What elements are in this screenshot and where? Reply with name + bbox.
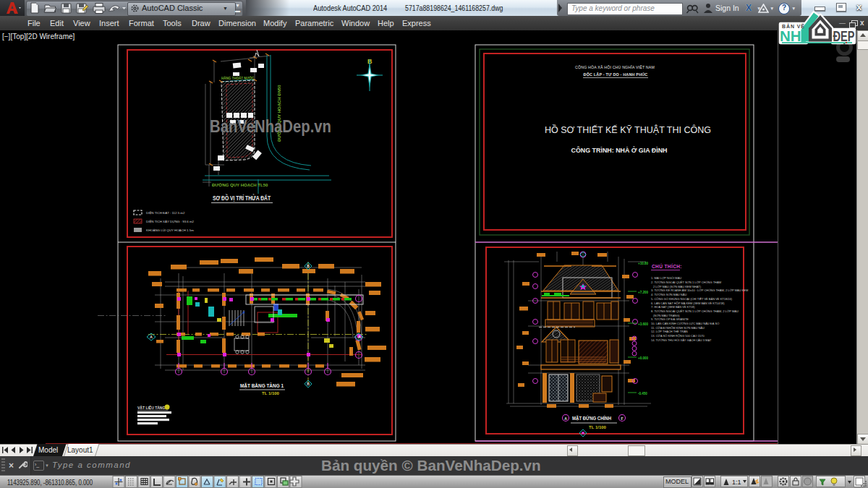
svg-text:13. CỬA SỔ KÍNH RỘNG 500 CAO 1: 13. CỬA SỔ KÍNH RỘNG 500 CAO 1570 — [651, 334, 705, 338]
svg-text:SƠ ĐỒ VỊ TRÍ THỬA ĐẤT: SƠ ĐỒ VỊ TRÍ THỬA ĐẤT — [213, 194, 271, 202]
svg-text:B: B — [307, 264, 310, 268]
svg-text:11. CỬA ĐI NHÔM KÍNH SƠN MÀU N: 11. CỬA ĐI NHÔM KÍNH SƠN MÀU NÂU — [651, 326, 705, 330]
svg-text:1:1: 1:1 — [732, 479, 741, 486]
svg-text:14. TƯỜNG THU HỒI XÂY GẠCH CÂU: 14. TƯỜNG THU HỒI XÂY GẠCH CÂU 3 MẶT — [651, 338, 712, 342]
svg-text:7. HOA SẮT (XEM BẢN VẼ KT18): 7. HOA SẮT (XEM BẢN VẼ KT18) — [651, 305, 695, 309]
svg-text:+7.200: +7.200 — [638, 291, 648, 294]
svg-text:6. LAN CAN SẮT HỘP MẠ KẼM (XEM: 6. LAN CAN SẮT HỘP MẠ KẼM (XEM BẢN VẼ KT… — [651, 301, 725, 305]
svg-text:ĐƯỜNG QUY HOẠCH TL50: ĐƯỜNG QUY HOẠCH TL50 — [212, 182, 268, 187]
svg-text:A: A — [564, 416, 567, 421]
svg-text:10. LAN CAN KÍNH CƯỜNG LỰC MÀU: 10. LAN CAN KÍNH CƯỜNG LỰC MÀU NÂU ĐÁ SỐ — [651, 322, 719, 325]
svg-text:VẬT LIỆU TẦNG 1: VẬT LIỆU TẦNG 1 — [137, 405, 169, 410]
svg-text:HỒ SƠ THIẾT KẾ KỸ THUẬT THI CÔ: HỒ SƠ THIẾT KẾ KỸ THUẬT THI CÔNG — [545, 124, 711, 135]
svg-text:DIỆN TÍCH XÂY DỰNG : 93.6 m2: DIỆN TÍCH XÂY DỰNG : 93.6 m2 — [146, 220, 195, 223]
svg-text:KHOẢNG LÙI QUY HOẠCH 1.5m: KHOẢNG LÙI QUY HOẠCH 1.5m — [146, 228, 194, 232]
svg-text:TL 1/100: TL 1/100 — [589, 425, 607, 429]
svg-text:8. TƯỜNG NGOÀI QUÉT SƠN 1 LỚP: 8. TƯỜNG NGOÀI QUÉT SƠN 1 LỚP CHỐNG THẤM… — [651, 309, 739, 313]
svg-text:2 LỚP MÀU (SƠN MÀU KEM NHẠT): 2 LỚP MÀU (SƠN MÀU KEM NHẠT) — [653, 285, 702, 288]
svg-text:9. TƯỜNG ỐP ĐÁ GRANITE: 9. TƯỜNG ỐP ĐÁ GRANITE — [651, 317, 689, 321]
svg-text:A: A — [150, 335, 153, 339]
svg-text:+10.80: +10.80 — [638, 262, 648, 265]
svg-text:NH: NH — [780, 27, 801, 44]
svg-text:5. CỔNG GỖ KHUNG NGOẠI (CHI TI: 5. CỔNG GỖ KHUNG NGOẠI (CHI TIẾT VẼ BẢN … — [651, 297, 733, 301]
svg-text:12. LỚP THẠCH THỂ TRẦN: 12. LỚP THẠCH THỂ TRẦN — [651, 330, 688, 333]
svg-text:+3.600: +3.600 — [638, 322, 648, 326]
svg-text:3. TƯỜNG KẺ ROĂNH ÂM 10x10 : L: 3. TƯỜNG KẺ ROĂNH ÂM 10x10 : LỚP CHỐNG T… — [651, 288, 748, 292]
svg-text:BanVeNhaDep.vn: BanVeNhaDep.vn — [210, 117, 331, 136]
svg-text:TL 1/100: TL 1/100 — [262, 391, 280, 395]
svg-text:4. TƯỜNG SƠN MÀU NÂU: 4. TƯỜNG SƠN MÀU NÂU — [651, 293, 686, 296]
svg-text:MẶT BẰNG TẦNG 1: MẶT BẰNG TẦNG 1 — [240, 382, 284, 389]
svg-text:+0.000: +0.000 — [638, 356, 648, 360]
svg-text:CỘNG HÒA XÃ HỘI CHỦ NGHĨA VIỆT: CỘNG HÒA XÃ HỘI CHỦ NGHĨA VIỆT NAM — [575, 64, 655, 69]
svg-text:B: B — [307, 382, 310, 386]
svg-text:-0.450: -0.450 — [638, 392, 647, 395]
svg-text:CHÚ THÍCH:: CHÚ THÍCH: — [652, 263, 682, 269]
svg-text:1. MÁI LỢP NGÓI MÀU: 1. MÁI LỢP NGÓI MÀU — [651, 276, 681, 280]
svg-text:(SƠN MÀU TRẮNG): (SƠN MÀU TRẮNG) — [653, 314, 680, 317]
svg-text:F: F — [621, 416, 623, 421]
svg-text:DIỆN TÍCH ĐẤT : 112.5 m2: DIỆN TÍCH ĐẤT : 112.5 m2 — [146, 211, 185, 215]
svg-text:ĐẸP: ĐẸP — [833, 28, 855, 44]
svg-text:HÀNG THOÁT NƯỚC: HÀNG THOÁT NƯỚC — [221, 75, 255, 80]
svg-text:2. TƯỜNG NGOÀI QUÉT SƠN 1 LỚP: 2. TƯỜNG NGOÀI QUÉT SƠN 1 LỚP CHỐNG THẤM — [651, 281, 721, 284]
svg-text:CÔNG TRÌNH: NHÀ Ở GIA ĐÌNH: CÔNG TRÌNH: NHÀ Ở GIA ĐÌNH — [571, 146, 668, 154]
svg-text:A: A — [358, 335, 361, 339]
svg-text:ĐỘC LẬP - TỰ DO - HẠNH PHÚC: ĐỘC LẬP - TỰ DO - HẠNH PHÚC — [584, 72, 648, 77]
svg-text:MẶT ĐỨNG CHÍNH: MẶT ĐỨNG CHÍNH — [572, 415, 611, 421]
